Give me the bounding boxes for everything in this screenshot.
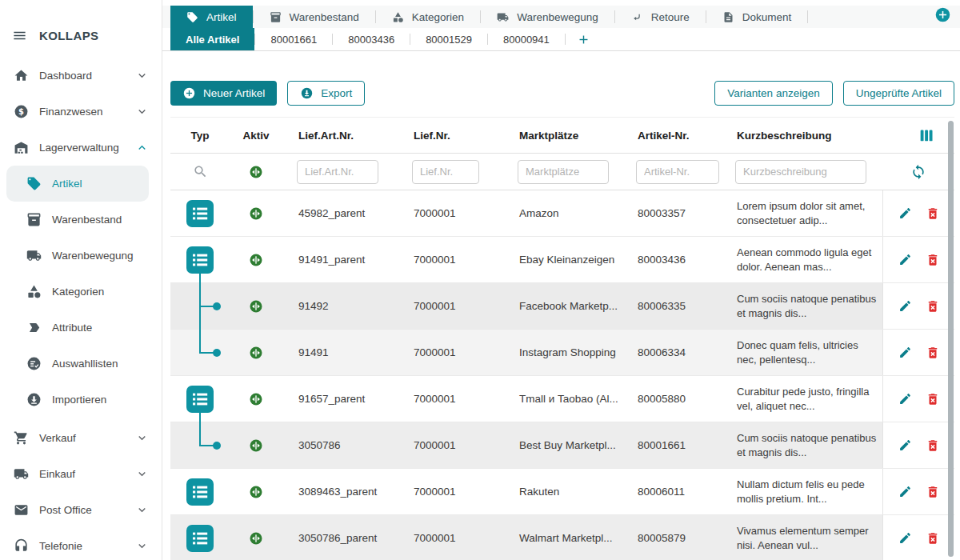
delete-trash-icon [926, 346, 940, 360]
typ-cell [170, 190, 230, 236]
delete-button[interactable] [926, 485, 940, 499]
delete-button[interactable] [926, 438, 940, 453]
brand-name: KOLLAPS [39, 29, 98, 42]
sidebar-item-label: Lagerverwaltung [39, 142, 119, 154]
edit-button[interactable] [898, 299, 912, 313]
add-article-tab-button[interactable] [566, 28, 602, 50]
filter-cell-marktpl-tze [503, 160, 622, 184]
sidebar-item-auswahllisten[interactable]: Auswahllisten [0, 346, 162, 382]
tag-icon [25, 176, 42, 191]
kurzbeschreibung-cell: Lorem ipsum dolor sit amet, consectetuer… [721, 190, 882, 236]
edit-button[interactable] [898, 253, 912, 266]
filter-input-lief-art-nr-[interactable] [297, 160, 378, 184]
filter-input-lief-nr-[interactable] [412, 160, 479, 184]
marktplatz-cell: Rakuten [503, 469, 622, 514]
svg-text:$: $ [18, 107, 24, 116]
article-type-icon[interactable] [186, 525, 214, 552]
refresh-button[interactable] [882, 164, 954, 180]
lief-art-nr-cell: 45982_parent [282, 190, 398, 236]
unchecked-articles-label: Ungeprüfte Artikel [856, 87, 942, 99]
sidebar-item-dashboard[interactable]: Dashboard [0, 58, 162, 94]
marktplatz-cell: Best Buy Marketpl... [503, 422, 622, 468]
export-button[interactable]: Export [287, 81, 365, 106]
aktiv-filter-toggle[interactable] [230, 165, 282, 179]
finance-icon: $ [12, 104, 30, 119]
edit-pencil-icon [898, 485, 912, 498]
sidebar-item-einkauf[interactable]: Einkauf [0, 456, 162, 492]
delete-button[interactable] [926, 299, 940, 314]
subtab-80003436[interactable]: 80003436 [333, 28, 410, 50]
tab-kategorien[interactable]: Kategorien [376, 6, 480, 28]
delete-button[interactable] [926, 531, 940, 546]
filter-cell-artikel-nr- [622, 160, 721, 184]
new-article-button[interactable]: Neuer Artikel [170, 81, 277, 106]
tab-retoure[interactable]: Retoure [615, 6, 706, 28]
table-row: 91657_parent7000001Tmall и Taobao (Al...… [170, 376, 954, 422]
article-type-icon[interactable] [186, 200, 214, 227]
delete-button[interactable] [926, 253, 940, 267]
active-state-icon [249, 392, 263, 406]
tab-warenbestand[interactable]: Warenbestand [254, 6, 375, 28]
sidebar-item-kategorien[interactable]: Kategorien [0, 274, 162, 310]
filter-input-kurzbeschreibung[interactable] [735, 160, 866, 184]
marktplatz-cell: Amazon [503, 190, 622, 236]
lief-nr-cell: 7000001 [398, 283, 503, 329]
add-module-button[interactable] [934, 6, 951, 26]
sidebar-item-finanzwesen[interactable]: $Finanzwesen [0, 94, 162, 130]
row-actions [882, 469, 954, 514]
tab-dokument[interactable]: Dokument [706, 6, 808, 28]
sidebar-item-post-office[interactable]: Post Office [0, 492, 162, 528]
show-variants-button[interactable]: Varianten anzeigen [714, 81, 832, 106]
sidebar-item-warenbewegung[interactable]: Warenbewegung [0, 238, 162, 274]
filter-input-marktpl-tze[interactable] [518, 160, 609, 184]
subtab-80000941[interactable]: 80000941 [488, 28, 565, 50]
tab-warenbewegung[interactable]: Warenbewegung [481, 6, 614, 28]
edit-pencil-icon [898, 299, 912, 313]
subtab-80001529[interactable]: 80001529 [410, 28, 487, 50]
edit-button[interactable] [898, 438, 912, 452]
sidebar-item-label: Telefonie [39, 540, 82, 552]
article-type-icon[interactable] [186, 386, 214, 413]
subtab-alle-artikel[interactable]: Alle Artikel [170, 28, 254, 50]
sidebar-item-verkauf[interactable]: Verkauf [0, 420, 162, 456]
row-actions [882, 376, 954, 422]
sidebar-item-label: Verkauf [39, 432, 76, 444]
unchecked-articles-button[interactable]: Ungeprüfte Artikel [843, 81, 954, 106]
lief-art-nr-cell: 3050786 [282, 422, 398, 468]
menu-icon[interactable] [12, 28, 27, 43]
sidebar-item-attribute[interactable]: Attribute [0, 310, 162, 346]
tree-node-dot [213, 349, 221, 357]
table-row: 914927000001Facebook Marketp...80006335C… [170, 283, 954, 330]
scrollbar[interactable] [948, 121, 954, 557]
sidebar-item-artikel[interactable]: Artikel [6, 166, 149, 202]
edit-button[interactable] [898, 392, 912, 406]
sidebar-item-lagerverwaltung[interactable]: Lagerverwaltung [0, 130, 162, 166]
delete-button[interactable] [926, 392, 940, 406]
column-settings-button[interactable] [882, 126, 954, 144]
tab-label: Retoure [651, 11, 690, 23]
delete-button[interactable] [926, 206, 940, 221]
sidebar-item-warenbestand[interactable]: Warenbestand [0, 202, 162, 238]
active-state-icon [249, 346, 263, 360]
brand: KOLLAPS [12, 19, 162, 51]
sidebar-item-telefonie[interactable]: Telefonie [0, 528, 162, 560]
sidebar-item-label: Kategorien [52, 286, 104, 298]
delete-button[interactable] [926, 346, 940, 360]
table-row: 3050786_parent7000001Walmart Marketpl...… [170, 515, 954, 560]
sidebar-nav: Dashboard$FinanzwesenLagerverwaltungArti… [0, 58, 162, 560]
table-row: 914917000001Instagram Shopping80006334Do… [170, 330, 954, 376]
edit-button[interactable] [898, 485, 912, 498]
app-root: KOLLAPS Dashboard$FinanzwesenLagerverwal… [0, 0, 960, 560]
tree-node-dot [213, 302, 221, 310]
edit-button[interactable] [898, 206, 912, 220]
article-type-icon[interactable] [186, 478, 214, 506]
edit-button[interactable] [898, 531, 912, 545]
sidebar-item-importieren[interactable]: Importieren [0, 382, 162, 418]
edit-button[interactable] [898, 346, 912, 359]
sidebar-item-label: Importieren [52, 394, 106, 406]
article-type-icon[interactable] [186, 246, 214, 274]
tab-artikel[interactable]: Artikel [170, 6, 253, 28]
subtab-80001661[interactable]: 80001661 [255, 28, 332, 50]
filter-input-artikel-nr-[interactable] [636, 160, 719, 184]
edit-pencil-icon [898, 531, 912, 545]
